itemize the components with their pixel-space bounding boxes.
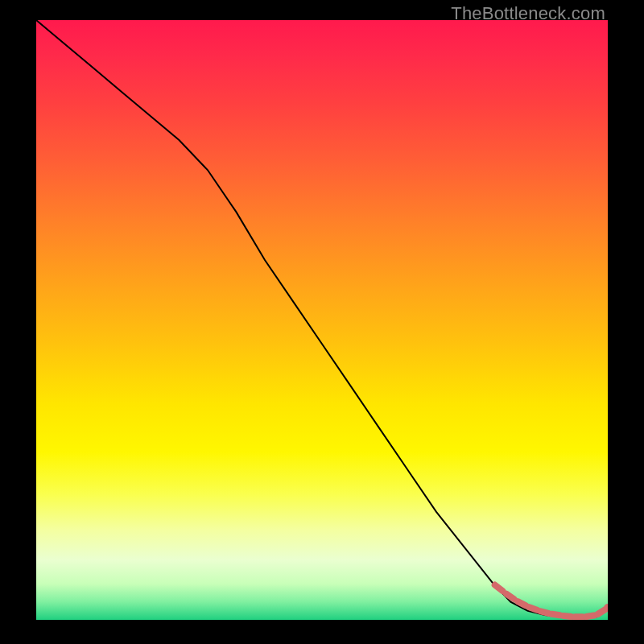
marker-dash — [564, 616, 572, 617]
marker-dash — [541, 611, 549, 613]
marker-dash — [506, 594, 514, 600]
bottleneck-curve — [36, 20, 608, 617]
marker-dash — [552, 614, 560, 616]
marker-group — [495, 585, 608, 617]
chart-plot-area — [36, 20, 608, 620]
chart-overlay — [36, 20, 608, 620]
marker-dash — [586, 616, 594, 617]
marker-dash — [518, 601, 526, 605]
marker-dash — [598, 609, 606, 614]
chart-frame: TheBottleneck.com — [0, 0, 644, 644]
marker-dash — [495, 585, 503, 592]
marker-dash — [529, 607, 537, 610]
